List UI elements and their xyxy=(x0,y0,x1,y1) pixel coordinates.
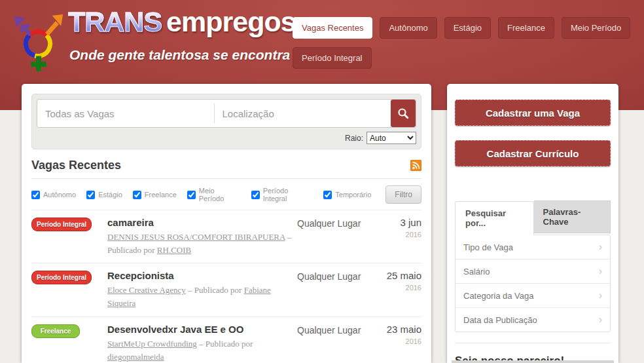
job-title-link[interactable]: camareira xyxy=(107,217,292,228)
list-item-label: Salário xyxy=(463,267,490,277)
sidebar-tabs: Pesquisar por... Palavras-Chave xyxy=(455,201,611,235)
cadastrar-vaga-button[interactable]: Cadastrar uma Vaga xyxy=(455,100,611,126)
tab-pesquisar-por[interactable]: Pesquisar por... xyxy=(455,201,534,235)
job-row[interactable]: Período Integral camareira DENNIS JESUS … xyxy=(31,210,421,263)
search-by-salario[interactable]: Salário › xyxy=(456,259,610,284)
job-main-cell: camareira DENNIS JESUS ROSA/COMFORT IBIR… xyxy=(107,217,297,257)
job-badge-cell: Período Integral xyxy=(31,217,107,257)
filter-freelance-checkbox[interactable] xyxy=(133,191,141,199)
filter-temporario-checkbox[interactable] xyxy=(323,191,332,199)
partner-banner-sliver xyxy=(452,360,614,363)
job-date: 25 maio xyxy=(376,270,421,281)
job-type-badge: Freelance xyxy=(31,324,80,338)
job-type-badge: Período Integral xyxy=(31,218,92,231)
location-input[interactable] xyxy=(215,100,391,127)
radius-label: Raio: xyxy=(345,134,363,143)
job-subtitle: StartMeUp Crowdfunding – Publicado por d… xyxy=(107,337,292,363)
type-filters-row: Autônomo Estágio Freelance Meio Período … xyxy=(31,185,421,204)
filter-autonomo-checkbox[interactable] xyxy=(31,191,40,199)
search-submit-button[interactable] xyxy=(391,100,416,127)
transgender-symbol-icon xyxy=(9,7,68,75)
brand-part-trans: TRANS xyxy=(68,6,162,37)
filter-label: Período Integral xyxy=(263,187,313,202)
job-date-cell: 3 jun 2016 xyxy=(376,217,421,257)
separator: – xyxy=(199,339,204,349)
filter-label: Estágio xyxy=(98,191,122,199)
filtro-button[interactable]: Filtro xyxy=(385,185,421,204)
search-icon xyxy=(397,107,409,119)
job-main-cell: Desenvolvedxr Java EE e OO StartMeUp Cro… xyxy=(107,324,297,363)
rss-feed-link[interactable] xyxy=(410,160,421,171)
filter-meio-periodo-checkbox[interactable] xyxy=(187,191,196,199)
site-logo[interactable]: TRANSempregos Onde gente talentosa se en… xyxy=(8,3,296,80)
chevron-right-icon: › xyxy=(599,290,602,301)
filter-label: Freelance xyxy=(145,191,177,199)
filter-label: Temporário xyxy=(335,191,371,199)
job-badge-cell: Freelance xyxy=(31,324,107,363)
nav-tab-estagio[interactable]: Estágio xyxy=(444,17,491,39)
filter-periodo-integral-checkbox[interactable] xyxy=(251,191,260,199)
sidebar-divider xyxy=(455,343,611,343)
filter-freelance: Freelance xyxy=(133,191,177,199)
filter-meio-periodo: Meio Período xyxy=(187,187,241,202)
job-row[interactable]: Período Integral Recepcionista Eloce Cre… xyxy=(31,263,421,316)
keywords-input[interactable] xyxy=(37,100,214,127)
main-content-card: Raio: Auto Vagas Recentes Autônomo Estág… xyxy=(22,84,431,363)
filter-estagio: Estágio xyxy=(86,191,122,199)
search-row xyxy=(37,99,416,128)
filter-label: Autônomo xyxy=(43,191,76,199)
filter-label: Meio Período xyxy=(199,187,241,202)
search-by-list: Tipo de Vaga › Salário › Categoria da Va… xyxy=(455,235,611,332)
tab-palavras-chave[interactable]: Palavras-Chave xyxy=(534,201,611,233)
chevron-right-icon: › xyxy=(599,242,602,252)
job-subtitle: DENNIS JESUS ROSA/COMFORT IBIRAPUERA – P… xyxy=(107,231,292,257)
filter-periodo-integral: Período Integral xyxy=(251,187,313,202)
brand-wordmark: TRANSempregos xyxy=(68,8,296,36)
jobs-section-header: Vagas Recentes xyxy=(31,159,421,179)
publicado-por-label: Publicado por xyxy=(194,285,242,295)
search-by-tipo-de-vaga[interactable]: Tipo de Vaga › xyxy=(456,235,610,259)
job-date: 3 jun xyxy=(376,217,421,228)
job-location: Qualquer Lugar xyxy=(297,324,376,363)
job-subtitle: Eloce Creative Agency – Publicado por Fa… xyxy=(107,284,292,310)
radius-select[interactable]: Auto xyxy=(367,132,416,144)
list-item-label: Categoria da Vaga xyxy=(463,291,533,301)
nav-tab-periodo-integral[interactable]: Período Integral xyxy=(293,47,372,69)
job-publisher-link[interactable]: RH.COIB xyxy=(157,245,191,255)
job-title-link[interactable]: Desenvolvedxr Java EE e OO xyxy=(107,324,292,335)
job-main-cell: Recepcionista Eloce Creative Agency – Pu… xyxy=(107,270,297,310)
separator: – xyxy=(188,285,192,295)
job-date-cell: 23 maio 2016 xyxy=(376,324,421,363)
rss-icon xyxy=(410,160,421,171)
nav-tab-freelance[interactable]: Freelance xyxy=(498,17,554,39)
chevron-right-icon: › xyxy=(599,315,602,325)
filter-estagio-checkbox[interactable] xyxy=(86,191,95,199)
search-by-data-publicacao[interactable]: Data da Publicação › xyxy=(456,308,610,332)
job-title-link[interactable]: Recepcionista xyxy=(107,270,292,281)
job-search-panel: Raio: Auto xyxy=(31,94,421,149)
job-list: Período Integral camareira DENNIS JESUS … xyxy=(31,210,421,363)
job-type-badge: Período Integral xyxy=(31,271,92,284)
nav-tab-vagas-recentes[interactable]: Vagas Recentes xyxy=(293,17,372,39)
nav-tab-autonomo[interactable]: Autônomo xyxy=(380,17,437,39)
radius-row: Raio: Auto xyxy=(37,132,416,144)
job-company-link[interactable]: Eloce Creative Agency xyxy=(107,285,186,295)
job-company-link[interactable]: StartMeUp Crowdfunding xyxy=(107,339,197,349)
job-date: 23 maio xyxy=(376,324,421,335)
job-publisher-link[interactable]: diegopmalmeida xyxy=(107,352,164,362)
brand-part-empregos: empregos xyxy=(166,6,296,37)
job-year: 2016 xyxy=(376,337,421,345)
filter-temporario: Temporário xyxy=(323,191,371,199)
nav-tab-meio-periodo[interactable]: Meio Período xyxy=(562,17,630,39)
separator: – xyxy=(287,232,292,242)
search-by-categoria[interactable]: Categoria da Vaga › xyxy=(456,284,610,308)
job-company-link[interactable]: DENNIS JESUS ROSA/COMFORT IBIRAPUERA xyxy=(107,232,285,242)
jobs-section-title: Vagas Recentes xyxy=(31,159,121,172)
job-row[interactable]: Freelance Desenvolvedxr Java EE e OO Sta… xyxy=(31,316,421,363)
job-year: 2016 xyxy=(376,284,421,292)
sidebar: Cadastrar uma Vaga Cadastrar Currículo P… xyxy=(447,84,618,363)
job-date-cell: 25 maio 2016 xyxy=(376,270,421,310)
cadastrar-curriculo-button[interactable]: Cadastrar Currículo xyxy=(455,140,611,166)
chevron-right-icon: › xyxy=(599,266,602,277)
main-nav: Vagas Recentes Autônomo Estágio Freelanc… xyxy=(293,17,641,69)
